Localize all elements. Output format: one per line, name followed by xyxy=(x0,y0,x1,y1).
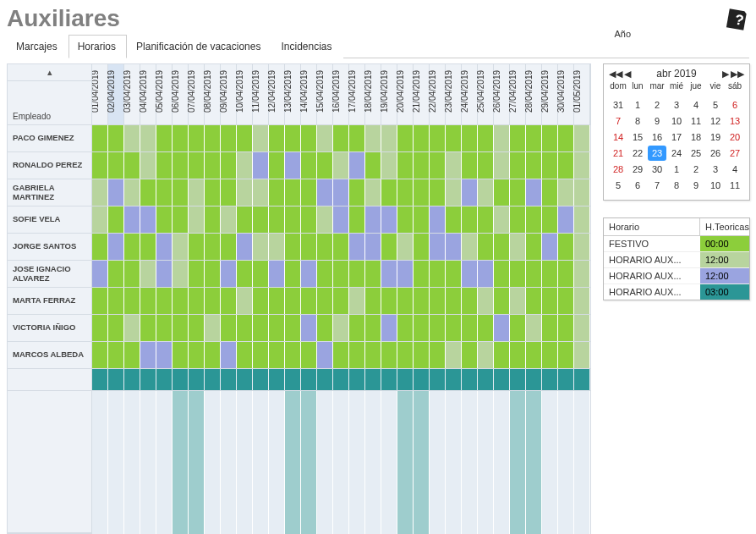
schedule-cell[interactable] xyxy=(526,206,542,233)
schedule-cell[interactable] xyxy=(189,288,205,314)
calendar-day[interactable]: 7 xyxy=(609,113,627,129)
schedule-cell[interactable] xyxy=(333,125,349,151)
schedule-cell[interactable] xyxy=(510,288,526,314)
schedule-cell[interactable] xyxy=(574,234,590,260)
calendar-day[interactable]: 13 xyxy=(726,113,744,129)
schedule-cell[interactable] xyxy=(558,234,574,260)
schedule-cell[interactable] xyxy=(446,152,462,179)
schedule-cell[interactable] xyxy=(397,206,414,233)
schedule-cell[interactable] xyxy=(140,342,156,368)
schedule-cell[interactable] xyxy=(108,315,124,341)
schedule-cell[interactable] xyxy=(381,369,397,390)
schedule-cell[interactable] xyxy=(542,315,558,341)
schedule-cell[interactable] xyxy=(140,315,156,341)
employee-row[interactable]: VICTORIA IÑIGO xyxy=(8,315,91,342)
tab-horarios[interactable]: Horarios xyxy=(68,35,127,58)
schedule-cell[interactable] xyxy=(269,288,285,314)
schedule-cell[interactable] xyxy=(237,125,253,151)
schedule-cell[interactable] xyxy=(494,342,510,368)
schedule-cell[interactable] xyxy=(108,342,124,368)
schedule-cell[interactable] xyxy=(430,234,446,260)
schedule-cell[interactable] xyxy=(333,315,349,341)
calendar-day[interactable]: 16 xyxy=(648,129,666,145)
schedule-cell[interactable] xyxy=(205,152,221,179)
schedule-cell[interactable] xyxy=(253,234,269,260)
schedule-cell[interactable] xyxy=(317,369,333,390)
schedule-cell[interactable] xyxy=(478,342,494,368)
schedule-cell[interactable] xyxy=(365,261,381,287)
schedule-cell[interactable] xyxy=(510,125,526,151)
calendar-prev-year-icon[interactable]: ◀◀ xyxy=(609,69,622,80)
schedule-cell[interactable] xyxy=(574,152,590,179)
schedule-cell[interactable] xyxy=(333,152,349,179)
schedule-cell[interactable] xyxy=(156,206,173,233)
calendar-day[interactable]: 11 xyxy=(687,113,705,129)
schedule-cell[interactable] xyxy=(462,369,478,390)
schedule-cell[interactable] xyxy=(108,261,124,287)
schedule-cell[interactable] xyxy=(494,315,510,341)
calendar-day[interactable]: 23 xyxy=(648,146,666,161)
schedule-cell[interactable] xyxy=(237,288,253,314)
schedule-cell[interactable] xyxy=(510,152,526,179)
schedule-cell[interactable] xyxy=(365,288,381,314)
schedule-cell[interactable] xyxy=(381,152,397,179)
schedule-cell[interactable] xyxy=(381,261,397,287)
schedule-cell[interactable] xyxy=(478,152,494,179)
schedule-cell[interactable] xyxy=(510,369,526,390)
schedule-cell[interactable] xyxy=(365,315,381,341)
calendar-day[interactable]: 6 xyxy=(628,178,647,193)
schedule-cell[interactable] xyxy=(542,125,558,151)
schedule-cell[interactable] xyxy=(92,288,108,314)
schedule-cell[interactable] xyxy=(430,261,446,287)
schedule-cell[interactable] xyxy=(140,152,156,179)
schedule-cell[interactable] xyxy=(397,261,414,287)
schedule-cell[interactable] xyxy=(462,179,478,206)
schedule-cell[interactable] xyxy=(140,261,156,287)
schedule-cell[interactable] xyxy=(189,315,205,341)
schedule-cell[interactable] xyxy=(301,179,317,206)
schedule-cell[interactable] xyxy=(446,288,462,314)
schedule-cell[interactable] xyxy=(446,342,462,368)
schedule-cell[interactable] xyxy=(430,315,446,341)
schedule-cell[interactable] xyxy=(108,125,124,151)
date-column-header[interactable]: 01/05/2019 xyxy=(574,64,590,124)
schedule-cell[interactable] xyxy=(430,125,446,151)
schedule-cell[interactable] xyxy=(462,125,478,151)
schedule-cell[interactable] xyxy=(574,342,590,368)
schedule-cell[interactable] xyxy=(221,288,237,314)
schedule-cell[interactable] xyxy=(205,125,221,151)
schedule-cell[interactable] xyxy=(526,261,542,287)
schedule-cell[interactable] xyxy=(446,234,462,260)
schedule-cell[interactable] xyxy=(317,261,333,287)
schedule-cell[interactable] xyxy=(253,369,269,390)
schedule-cell[interactable] xyxy=(221,369,237,390)
schedule-cell[interactable] xyxy=(189,125,205,151)
schedule-cell[interactable] xyxy=(173,179,189,206)
schedule-cell[interactable] xyxy=(285,152,301,179)
schedule-cell[interactable] xyxy=(189,342,205,368)
schedule-cell[interactable] xyxy=(397,179,414,206)
schedule-cell[interactable] xyxy=(285,261,301,287)
schedule-cell[interactable] xyxy=(558,125,574,151)
schedule-cell[interactable] xyxy=(189,179,205,206)
schedule-cell[interactable] xyxy=(124,234,140,260)
schedule-cell[interactable] xyxy=(205,234,221,260)
calendar-day[interactable]: 1 xyxy=(667,162,686,177)
employee-row[interactable]: PACO GIMENEZ xyxy=(8,125,91,152)
schedule-cell[interactable] xyxy=(140,206,156,233)
schedule-cell[interactable] xyxy=(510,234,526,260)
schedule-cell[interactable] xyxy=(414,342,430,368)
calendar-day[interactable]: 31 xyxy=(609,97,627,113)
schedule-cell[interactable] xyxy=(156,315,173,341)
employee-row[interactable]: SOFIE VELA xyxy=(8,206,91,234)
schedule-cell[interactable] xyxy=(269,125,285,151)
schedule-cell[interactable] xyxy=(156,234,173,260)
schedule-cell[interactable] xyxy=(510,261,526,287)
schedule-cell[interactable] xyxy=(156,342,173,368)
schedule-cell[interactable] xyxy=(156,152,173,179)
schedule-cell[interactable] xyxy=(237,315,253,341)
schedule-cell[interactable] xyxy=(365,152,381,179)
tab-planificación-de-vacaciones[interactable]: Planificación de vacaciones xyxy=(127,35,271,58)
schedule-cell[interactable] xyxy=(397,315,414,341)
schedule-cell[interactable] xyxy=(397,288,414,314)
